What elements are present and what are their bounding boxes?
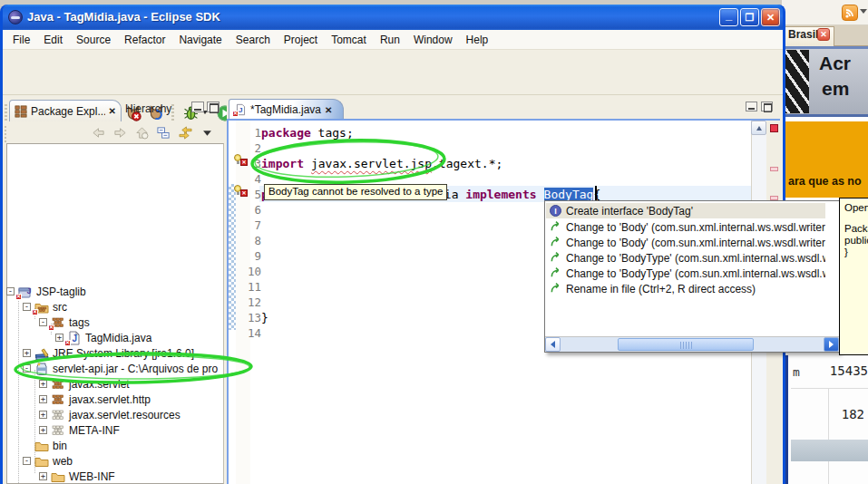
expand-icon[interactable]: + (39, 380, 47, 388)
scroll-up-icon[interactable] (751, 121, 766, 135)
change-arrow-icon (550, 220, 561, 235)
view-up-button[interactable] (133, 125, 150, 140)
code-line-1: package tags; (261, 126, 354, 140)
editor-tab-close-icon[interactable]: ✕ (325, 105, 332, 115)
collapse-icon[interactable]: - (23, 457, 31, 465)
error-overlay-icon: ✕ (48, 324, 54, 331)
expand-icon[interactable]: + (39, 395, 47, 403)
code-line-5: dia implementsBodyTag{ (437, 188, 600, 201)
scrollbar-thumb[interactable] (618, 338, 754, 351)
popup-horizontal-scrollbar[interactable] (545, 336, 839, 352)
line-number: 2 (238, 141, 261, 155)
collapse-icon[interactable]: - (39, 318, 47, 326)
tree-item-web[interactable]: - web (23, 453, 73, 469)
tree-item-src[interactable]: - ✕ src (23, 299, 67, 315)
overview-error-indicator[interactable] (770, 124, 778, 132)
overview-error-marker[interactable] (770, 167, 778, 171)
tree-item-meta-inf[interactable]: + META-INF (39, 422, 120, 438)
link-with-editor-button[interactable] (177, 125, 193, 140)
quickfix-change-to-bodytype-2[interactable]: Change to 'BodyType' (com.sun.xml.intern… (546, 266, 825, 281)
collapse-all-button[interactable] (155, 125, 171, 140)
tree-item-jsp-taglib[interactable]: - J ✕ JSP-taglib (6, 284, 86, 299)
view-back-button[interactable] (90, 125, 106, 140)
line-number: 12 (238, 295, 261, 309)
quickfix-change-to-body-2[interactable]: Change to 'Body' (com.sun.xml.internal.w… (546, 235, 825, 250)
menu-search[interactable]: Search (229, 31, 278, 49)
expand-icon[interactable]: + (39, 472, 47, 480)
browser-tab-close-icon[interactable]: ✕ (817, 28, 830, 41)
quick-fix-popup[interactable]: I Create interface 'BodyTag' Change to '… (544, 200, 840, 353)
quickfix-item-label: Create interface 'BodyTag' (566, 205, 693, 218)
view-maximize-button[interactable] (207, 102, 219, 112)
menu-edit[interactable]: Edit (37, 31, 70, 49)
menu-tomcat[interactable]: Tomcat (325, 31, 374, 49)
collapse-icon[interactable]: - (23, 364, 31, 373)
screen: Brasil ✕ Acr em ara que as no m 15435 18… (0, 0, 868, 484)
quickfix-change-to-body-1[interactable]: Change to 'Body' (com.sun.xml.internal.w… (546, 219, 825, 235)
menu-window[interactable]: Window (407, 31, 460, 49)
browser-banner-text-1: Acr (819, 53, 851, 74)
library-icon (34, 346, 49, 361)
menu-file[interactable]: File (6, 31, 37, 49)
quickfix-rename-in-file[interactable]: Rename in file (Ctrl+2, R direct access) (546, 281, 825, 296)
quickfix-item-label: Change to 'Body' (com.sun.xml.internal.w… (566, 237, 825, 249)
menu-run[interactable]: Run (374, 31, 407, 49)
line-number: 3 (238, 157, 261, 170)
quickfix-change-to-bodytype-1[interactable]: Change to 'BodyType' (com.sun.xml.intern… (546, 250, 825, 266)
source-folder-icon: ✕ (34, 300, 49, 315)
tab-package-explorer[interactable]: Package Expl... ✕ (9, 100, 122, 121)
quickfix-create-interface[interactable]: I Create interface 'BodyTag' (546, 203, 825, 218)
editor-maximize-button[interactable] (761, 102, 773, 111)
view-menu-button[interactable] (199, 125, 215, 140)
eclipse-logo-icon (8, 10, 23, 24)
view-forward-button[interactable] (112, 125, 128, 140)
tree-item-label: javax.servlet.resources (69, 409, 180, 421)
tree-item-tags[interactable]: - ✕ tags (39, 315, 90, 330)
code-line-13: } (261, 311, 268, 324)
tab-hierarchy[interactable]: Hierarchy (125, 102, 171, 115)
scroll-right-icon[interactable] (824, 337, 839, 352)
range-indicator (229, 184, 236, 330)
tree-item-servlet-api-jar[interactable]: - servlet-api.jar - C:\Arquivos de pro (23, 361, 218, 376)
close-button[interactable]: ✕ (761, 8, 780, 26)
minimize-button[interactable]: _ (719, 8, 738, 26)
empty-package-icon (51, 423, 65, 438)
browser-dropdown-arrow-icon[interactable] (860, 9, 867, 14)
rss-feed-icon[interactable] (842, 5, 858, 21)
editor-minimize-button[interactable] (746, 102, 757, 111)
editor-tab-label: *TagMidia.java (250, 103, 321, 116)
tree-item-jre-library[interactable]: + JRE System Library [jre1.6.0] (23, 345, 194, 361)
tree-item-javax-servlet[interactable]: + javax.servlet (39, 376, 130, 392)
browser-table-border-inner (785, 355, 788, 484)
menu-navigate[interactable]: Navigate (172, 31, 229, 49)
tab-close-icon[interactable]: ✕ (109, 106, 116, 116)
tab-tagmidia-java[interactable]: J ✕ *TagMidia.java ✕ (229, 99, 344, 120)
expand-icon[interactable]: + (39, 411, 47, 419)
collapse-icon[interactable]: - (6, 287, 15, 295)
main-toolbar: C J Java (3, 50, 783, 95)
package-icon: ✕ (51, 315, 65, 330)
tree-item-javax-servlet-resources[interactable]: + javax.servlet.resources (39, 407, 180, 422)
menu-source[interactable]: Source (70, 31, 118, 49)
menu-refactor[interactable]: Refactor (118, 31, 172, 49)
tree-item-web-inf[interactable]: + WEB-INF (39, 469, 115, 484)
table-cell-m: m (793, 365, 800, 379)
tree-item-tagmidia-java[interactable]: + J ✕ TagMidia.java (55, 330, 151, 345)
java-project-icon: J ✕ (18, 285, 33, 299)
expand-icon[interactable]: + (55, 334, 63, 342)
expand-icon[interactable]: + (23, 349, 31, 357)
view-minimize-button[interactable] (191, 102, 204, 112)
line-number: 8 (238, 234, 261, 247)
collapse-icon[interactable]: - (23, 303, 31, 311)
code-line-3: importjavax.servlet.jsp.tagext.*; (261, 157, 502, 170)
browser-tab-label[interactable]: Brasil (788, 28, 818, 41)
menu-help[interactable]: Help (460, 31, 496, 49)
expand-icon[interactable]: + (39, 426, 47, 434)
error-overlay-icon: ✕ (15, 294, 22, 300)
maximize-button[interactable]: ❐ (740, 8, 759, 26)
tree-item-bin[interactable]: bin (23, 438, 67, 453)
tree-item-label: TagMidia.java (85, 332, 151, 344)
tree-item-javax-servlet-http[interactable]: + javax.servlet.http (39, 392, 151, 407)
menu-project[interactable]: Project (278, 31, 325, 49)
scroll-left-icon[interactable] (545, 337, 561, 352)
